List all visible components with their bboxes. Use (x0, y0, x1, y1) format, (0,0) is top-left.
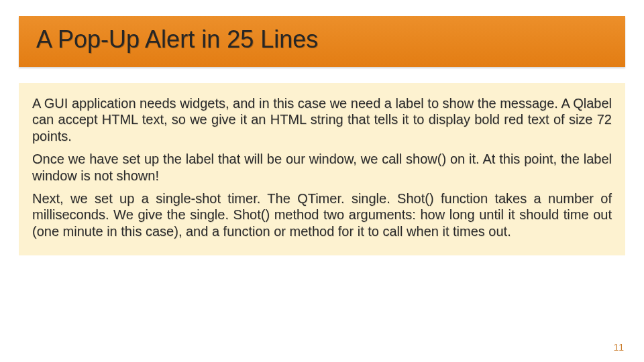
paragraph: Once we have set up the label that will … (32, 151, 612, 184)
body-box: A GUI application needs widgets, and in … (19, 83, 625, 255)
slide: A Pop-Up Alert in 25 Lines A GUI applica… (0, 0, 644, 362)
slide-title: A Pop-Up Alert in 25 Lines (36, 25, 608, 54)
page-number: 11 (613, 342, 624, 353)
paragraph: A GUI application needs widgets, and in … (32, 95, 612, 144)
title-bar: A Pop-Up Alert in 25 Lines (19, 16, 625, 67)
paragraph: Next, we set up a single-shot timer. The… (32, 190, 612, 239)
